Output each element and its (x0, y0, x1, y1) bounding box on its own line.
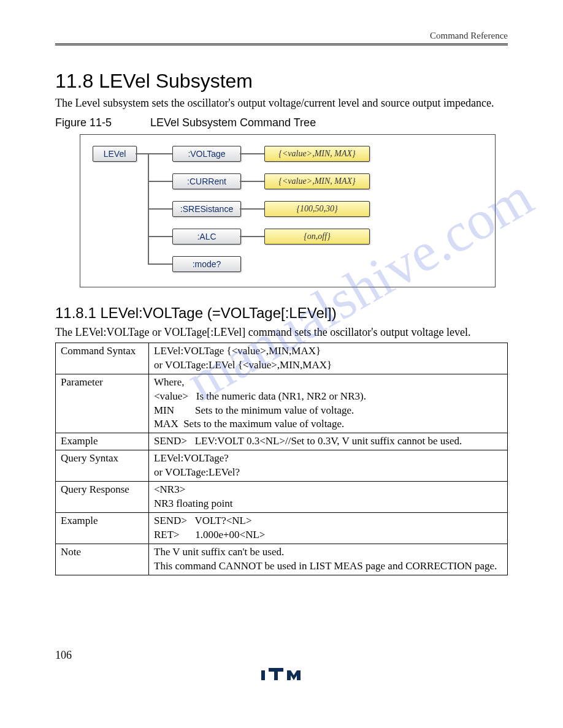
table-row-label: Query Response (56, 482, 149, 513)
tree-param-node: {100,50,30} (264, 201, 370, 217)
tree-wire (240, 236, 264, 237)
table-row-value: LEVel:VOLTage? or VOLTage:LEVel? (149, 450, 508, 482)
table-row-label: Note (56, 544, 149, 575)
tree-cmd-node: :mode? (172, 256, 241, 272)
table-row: Query SyntaxLEVel:VOLTage? or VOLTage:LE… (56, 450, 508, 482)
table-row-value: <NR3> NR3 floating point (149, 482, 508, 513)
tree-cmd-node: :VOLTage (172, 146, 241, 162)
tree-wire (148, 153, 172, 154)
tree-cmd-node: :CURRent (172, 173, 241, 189)
tree-wire (148, 181, 172, 182)
tree-wire (136, 153, 148, 154)
table-row-value: The V unit suffix can't be used. This co… (149, 544, 508, 575)
table-row: ParameterWhere, <value> Is the numeric d… (56, 374, 508, 433)
tree-wire (240, 153, 264, 154)
figure-number: Figure 11-5 (55, 116, 147, 129)
tree-wire (240, 181, 264, 182)
command-tree-diagram: LEVel :VOLTage {<value>,MIN, MAX} :CURRe… (80, 134, 496, 287)
table-row-value: Where, <value> Is the numeric data (NR1,… (149, 374, 508, 433)
table-row-label: Query Syntax (56, 450, 149, 482)
table-row-value: SEND> LEV:VOLT 0.3<NL>//Set to 0.3V, V u… (149, 433, 508, 450)
svg-rect-0 (261, 670, 265, 680)
tree-param-node: {on,off} (264, 229, 370, 245)
tree-root-node: LEVel (93, 146, 137, 162)
table-row: Query Response<NR3> NR3 floating point (56, 482, 508, 513)
subsection-title: 11.8.1 LEVel:VOLTage (=VOLTage[:LEVel]) (55, 305, 508, 322)
figure-caption: Figure 11-5 LEVel Subsystem Command Tree (55, 116, 508, 129)
table-row-value: LEVel:VOLTage {<value>,MIN,MAX} or VOLTa… (149, 343, 508, 374)
tree-wire (148, 236, 172, 237)
section-intro: The Level subsystem sets the oscillator'… (55, 96, 508, 110)
header-rule (55, 44, 508, 45)
tree-wire (240, 208, 264, 210)
section-title: 11.8 LEVel Subsystem (55, 70, 508, 93)
tree-wire (148, 264, 172, 265)
subsection-intro: The LEVel:VOLTage or VOLTage[:LEVel] com… (55, 325, 508, 339)
page-number: 106 (55, 649, 508, 662)
footer-logo (55, 667, 508, 686)
table-row-label: Parameter (56, 374, 149, 433)
command-detail-table: Command SyntaxLEVel:VOLTage {<value>,MIN… (55, 343, 508, 575)
table-row-label: Command Syntax (56, 343, 149, 374)
tree-param-node: {<value>,MIN, MAX} (264, 173, 370, 189)
running-header: Command Reference (55, 31, 508, 41)
tree-wire (148, 208, 172, 210)
tree-param-node: {<value>,MIN, MAX} (264, 146, 370, 162)
table-row-value: SEND> VOLT?<NL> RET> 1.000e+00<NL> (149, 513, 508, 544)
figure-caption-text: LEVel Subsystem Command Tree (150, 116, 316, 129)
table-row: Command SyntaxLEVel:VOLTage {<value>,MIN… (56, 343, 508, 374)
table-row: ExampleSEND> LEV:VOLT 0.3<NL>//Set to 0.… (56, 433, 508, 450)
svg-rect-2 (274, 668, 278, 680)
tree-cmd-node: :ALC (172, 229, 241, 245)
table-row-label: Example (56, 513, 149, 544)
table-row-label: Example (56, 433, 149, 450)
tree-cmd-node: :SRESistance (172, 201, 241, 217)
table-row: ExampleSEND> VOLT?<NL> RET> 1.000e+00<NL… (56, 513, 508, 544)
table-row: NoteThe V unit suffix can't be used. Thi… (56, 544, 508, 575)
